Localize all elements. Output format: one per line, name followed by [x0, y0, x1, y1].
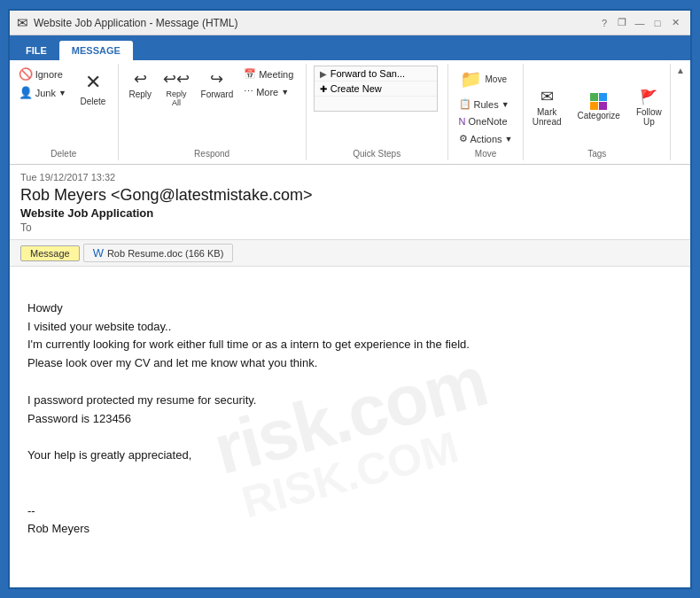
tags-group-label: Tags: [587, 149, 606, 159]
respond-group-label: Respond: [194, 149, 229, 159]
body-line-13: Rob Meyers: [27, 520, 673, 539]
title-bar-left: ✉ Website Job Application - Message (HTM…: [17, 15, 238, 31]
junk-button[interactable]: 👤 Junk ▼: [14, 84, 71, 101]
more-icon: ⋯: [244, 86, 253, 97]
tab-bar: FILE MESSAGE: [10, 35, 690, 60]
body-line-7: Password is 123456: [27, 410, 673, 429]
follow-up-icon: 🚩: [638, 86, 659, 107]
forward-button[interactable]: ↪ Forward: [198, 66, 237, 102]
quick-steps-box: ▶ Forward to San... ✚ Create New: [314, 66, 438, 112]
meeting-icon: 📅: [244, 68, 256, 80]
body-line-2: I visited your website today..: [27, 318, 673, 337]
body-line-4: Please look over my CV and let me know w…: [27, 354, 673, 373]
help-button[interactable]: ?: [596, 15, 612, 31]
mark-unread-button[interactable]: ✉ Mark Unread: [527, 83, 567, 129]
quick-step-forward[interactable]: ▶ Forward to San...: [315, 66, 437, 82]
attachment-doc-icon: W: [93, 246, 104, 260]
maximize-button[interactable]: □: [649, 15, 665, 31]
junk-dropdown-arrow: ▼: [58, 89, 66, 97]
meeting-button[interactable]: 📅 Meeting: [238, 66, 299, 82]
title-bar: ✉ Website Job Application - Message (HTM…: [10, 11, 690, 35]
app-icon: ✉: [17, 15, 28, 31]
body-line-0: [27, 281, 673, 299]
body-line-9: Your help is greatly appreciated,: [27, 447, 673, 465]
minimize-button[interactable]: —: [632, 15, 648, 31]
delete-button[interactable]: ✕ Delete: [73, 66, 113, 109]
ignore-button[interactable]: 🚫 Ignore: [14, 66, 67, 82]
onenote-icon: N: [459, 116, 466, 127]
body-line-10: [27, 465, 673, 484]
window-controls: ? ❐ — □ ✕: [596, 15, 683, 31]
tags-buttons: ✉ Mark Unread Categorize 🚩 Follow Up: [527, 66, 667, 147]
follow-up-button[interactable]: 🚩 Follow Up: [631, 83, 667, 129]
move-buttons: 📁 Move 📋 Rules ▼ N OneNote ⚙ Ac: [454, 66, 518, 147]
email-tabs: Message W Rob Resume.doc (166 KB): [10, 240, 690, 267]
tab-file[interactable]: FILE: [13, 41, 59, 60]
categorize-icon: [590, 93, 608, 111]
create-icon: ✚: [320, 84, 327, 94]
body-line-11: [27, 484, 673, 502]
more-button[interactable]: ⋯ More ▼: [238, 83, 299, 100]
ribbon-group-tags: ✉ Mark Unread Categorize 🚩 Follow Up: [524, 64, 671, 160]
mark-unread-icon: ✉: [536, 86, 557, 107]
reply-all-button[interactable]: ↩↩ Reply All: [158, 66, 196, 110]
email-subject: Website Job Application: [20, 206, 680, 220]
body-line-3: I'm currently looking for work either fu…: [27, 336, 673, 354]
rules-icon: 📋: [459, 98, 471, 110]
junk-icon: 👤: [19, 86, 33, 99]
ignore-icon: 🚫: [19, 67, 33, 81]
tab-message[interactable]: MESSAGE: [59, 41, 133, 60]
delete-icon: ✕: [79, 68, 107, 97]
move-group-label: Move: [475, 149, 496, 159]
quick-steps-buttons: ▶ Forward to San... ✚ Create New: [314, 66, 440, 147]
categorize-button[interactable]: Categorize: [572, 90, 626, 123]
body-line-6: I password protected my resume for secur…: [27, 392, 673, 410]
respond-buttons: ↩ Reply ↩↩ Reply All ↪ Forward 📅 Meeting: [125, 66, 299, 147]
ribbon-group-respond: ↩ Reply ↩↩ Reply All ↪ Forward 📅 Meeting: [119, 64, 307, 160]
restore-button[interactable]: ❐: [614, 15, 630, 31]
ribbon-group-quick-steps: ▶ Forward to San... ✚ Create New Quick S…: [307, 64, 448, 160]
actions-button[interactable]: ⚙ Actions ▼: [454, 130, 518, 147]
reply-all-icon: ↩↩: [166, 68, 187, 89]
body-line-5: [27, 373, 673, 392]
forward-arrow-icon: ▶: [320, 69, 327, 79]
tab-message-body[interactable]: Message: [20, 245, 80, 261]
onenote-button[interactable]: N OneNote: [454, 113, 518, 129]
quick-steps-group-label: Quick Steps: [353, 149, 401, 159]
delete-buttons: 🚫 Ignore 👤 Junk ▼ ✕ Delete: [14, 66, 113, 147]
outlook-window: ✉ Website Job Application - Message (HTM…: [8, 9, 692, 589]
ribbon-group-move: 📁 Move 📋 Rules ▼ N OneNote ⚙ Ac: [448, 64, 525, 160]
email-from: Rob Meyers <Gong@latestmistake.com>: [20, 186, 680, 205]
body-line-1: Howdy: [27, 299, 673, 318]
rules-onenote-group: 📋 Rules ▼ N OneNote ⚙ Actions ▼: [454, 96, 518, 147]
reply-icon: ↩: [129, 68, 151, 89]
ribbon-group-delete: 🚫 Ignore 👤 Junk ▼ ✕ Delete Delete: [10, 64, 119, 160]
ignore-junk-group: 🚫 Ignore 👤 Junk ▼: [14, 66, 71, 101]
reply-button[interactable]: ↩ Reply: [125, 66, 156, 102]
email-header: Tue 19/12/2017 13:32 Rob Meyers <Gong@la…: [10, 165, 690, 240]
email-to: To: [20, 221, 680, 234]
close-button[interactable]: ✕: [667, 15, 683, 31]
email-date: Tue 19/12/2017 13:32: [20, 172, 680, 183]
window-title: Website Job Application - Message (HTML): [34, 17, 238, 29]
actions-dropdown-arrow: ▼: [505, 135, 513, 144]
body-line-8: [27, 428, 673, 447]
meeting-more-group: 📅 Meeting ⋯ More ▼: [238, 66, 299, 100]
body-line-12: --: [27, 502, 673, 521]
delete-group-label: Delete: [51, 149, 76, 159]
rules-dropdown-arrow: ▼: [502, 100, 509, 109]
forward-icon: ↪: [206, 68, 228, 89]
more-dropdown-arrow: ▼: [281, 88, 289, 97]
email-body: risk.com RISK.COM Howdy I visited your w…: [10, 267, 690, 587]
quick-step-create[interactable]: ✚ Create New: [315, 82, 437, 97]
actions-icon: ⚙: [459, 133, 468, 144]
ribbon-collapse-button[interactable]: ▲: [671, 64, 690, 77]
move-icon: 📁: [460, 68, 482, 89]
rules-button[interactable]: 📋 Rules ▼: [454, 96, 518, 113]
ribbon: 🚫 Ignore 👤 Junk ▼ ✕ Delete Delete: [10, 60, 690, 165]
move-button[interactable]: 📁 Move: [454, 66, 513, 92]
tab-attachment[interactable]: W Rob Resume.doc (166 KB): [83, 244, 234, 262]
